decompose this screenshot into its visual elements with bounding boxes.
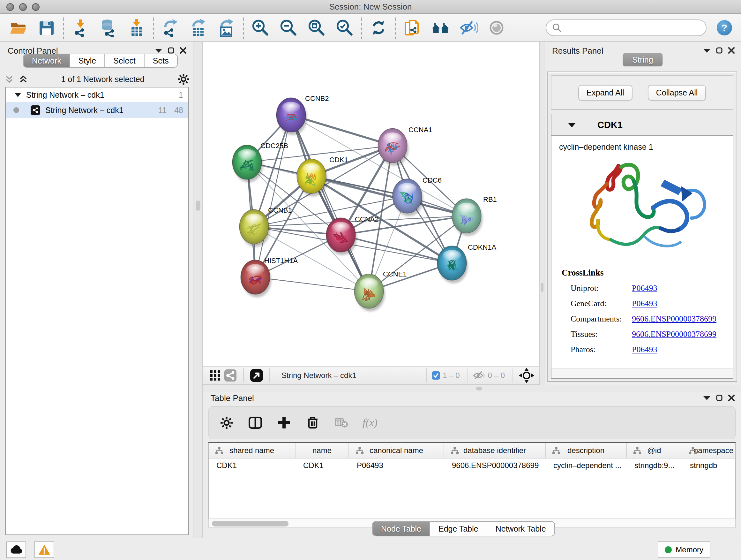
save-session-icon[interactable] — [37, 18, 56, 37]
table-options-gear-icon[interactable] — [219, 415, 234, 430]
tab-network[interactable]: Network — [23, 54, 70, 67]
show-columns-icon[interactable] — [248, 415, 263, 430]
search-field[interactable] — [546, 19, 706, 36]
column-header-canonical-name[interactable]: canonical name — [349, 443, 444, 458]
column-header-description[interactable]: description — [546, 443, 627, 458]
fit-content-icon[interactable] — [518, 367, 535, 384]
close-panel-icon[interactable] — [180, 47, 186, 54]
memory-button[interactable]: Memory — [658, 542, 711, 558]
column-header-namespace[interactable]: namespace — [682, 443, 736, 458]
import-database-icon[interactable] — [99, 18, 118, 37]
zoom-in-icon[interactable] — [251, 18, 270, 37]
gear-icon[interactable] — [178, 74, 189, 84]
tab-select[interactable]: Select — [105, 54, 144, 67]
table-cell[interactable]: CDK1 — [209, 458, 295, 473]
hidden-eye-icon[interactable] — [473, 371, 485, 380]
tab-string[interactable]: String — [623, 53, 663, 66]
tab-network-table[interactable]: Network Table — [487, 522, 554, 536]
network-edge[interactable] — [255, 277, 369, 291]
crosslink-value[interactable]: P06493 — [632, 345, 657, 354]
export-network-icon[interactable] — [161, 18, 180, 37]
table-cell[interactable]: stringdb — [682, 458, 736, 473]
column-header-shared-name[interactable]: shared name — [209, 443, 295, 458]
tab-style[interactable]: Style — [70, 54, 105, 67]
tab-sets[interactable]: Sets — [145, 54, 177, 67]
zoom-selected-icon[interactable] — [335, 18, 354, 37]
column-header--id[interactable]: @id — [627, 443, 682, 458]
network-edge[interactable] — [291, 115, 369, 291]
expand-all-icon[interactable] — [19, 75, 27, 83]
panel-menu-icon[interactable] — [703, 395, 711, 400]
network-node[interactable]: RB1 — [452, 195, 497, 236]
network-edge[interactable] — [341, 235, 452, 263]
network-node[interactable]: CCNE1 — [354, 270, 407, 311]
table-cell[interactable]: P06493 — [349, 458, 444, 473]
crosslink-value[interactable]: P06493 — [632, 284, 657, 293]
expand-all-button[interactable]: Expand All — [578, 85, 632, 101]
table-cell[interactable]: 9606.ENSP00000378699 — [444, 458, 546, 473]
grid-view-icon[interactable] — [207, 368, 223, 383]
tab-node-table[interactable]: Node Table — [373, 522, 430, 536]
zoom-fit-icon[interactable] — [307, 18, 326, 37]
table-cell[interactable]: CDK1 — [295, 458, 349, 473]
network-node[interactable]: CCNB2 — [276, 95, 329, 135]
panel-menu-icon[interactable] — [703, 48, 711, 53]
network-collection-row[interactable]: String Network – cdk1 1 — [6, 87, 188, 102]
close-panel-icon[interactable] — [728, 395, 735, 401]
right-splitter[interactable] — [539, 42, 544, 385]
column-header-database-identifier[interactable]: database identifier — [444, 443, 546, 458]
open-session-icon[interactable] — [9, 18, 28, 37]
home-icon[interactable] — [431, 18, 450, 37]
network-node[interactable]: CCNA2 — [326, 215, 379, 255]
refresh-icon[interactable] — [369, 18, 388, 37]
crosslink-value[interactable]: P06493 — [632, 299, 657, 308]
network-row[interactable]: String Network – cdk1 11 48 — [6, 102, 188, 118]
network-edge[interactable] — [255, 115, 291, 277]
export-table-icon[interactable] — [189, 18, 208, 37]
export-image-icon[interactable] — [217, 18, 236, 37]
cloud-status-button[interactable] — [6, 542, 26, 558]
import-network-icon[interactable] — [71, 18, 90, 37]
close-panel-icon[interactable] — [728, 47, 735, 54]
zoom-out-icon[interactable] — [279, 18, 298, 37]
collapse-all-icon[interactable] — [5, 75, 13, 83]
import-table-icon[interactable] — [127, 18, 146, 37]
hide-panel-icon[interactable] — [459, 18, 478, 37]
network-node[interactable]: CCNA1 — [378, 126, 432, 166]
network-node[interactable]: CDKN1A — [437, 243, 496, 283]
table-row[interactable]: CDK1CDK1P064939606.ENSP00000378699cyclin… — [209, 458, 735, 473]
scrollbar-thumb[interactable] — [212, 521, 288, 526]
horizontal-splitter[interactable] — [203, 385, 741, 392]
share-view-icon[interactable] — [223, 368, 238, 383]
selected-indicator-checkbox[interactable] — [432, 371, 440, 380]
search-input[interactable] — [565, 23, 700, 32]
delete-column-icon[interactable] — [305, 415, 320, 430]
table-cell[interactable]: cyclin–dependent ... — [546, 458, 627, 473]
warnings-button[interactable] — [35, 542, 54, 558]
network-edge[interactable] — [312, 176, 467, 216]
network-canvas[interactable]: CCNB2CCNA1CDC25BCDK1CDC6RB1CCNB1CCNA2CDK… — [203, 42, 539, 366]
section-caret-icon[interactable] — [568, 122, 576, 128]
copy-document-icon[interactable] — [403, 18, 422, 37]
table-cell[interactable]: stringdb:9... — [627, 458, 682, 473]
crosslink-value[interactable]: 9606.ENSP00000378699 — [632, 329, 717, 339]
warning-icon — [38, 544, 51, 555]
float-panel-icon[interactable] — [716, 47, 723, 54]
left-splitter[interactable] — [193, 42, 203, 538]
show-panel-icon[interactable] — [487, 18, 506, 37]
tab-edge-table[interactable]: Edge Table — [430, 522, 487, 536]
collapse-all-button[interactable]: Collapse All — [648, 85, 706, 101]
crosslink-value[interactable]: 9606.ENSP00000378699 — [632, 314, 717, 324]
network-node[interactable]: CDC6 — [393, 176, 442, 216]
column-header-name[interactable]: name — [295, 443, 349, 458]
add-column-icon[interactable] — [276, 415, 292, 430]
node-details-header[interactable]: CDK1 — [551, 114, 733, 136]
help-icon[interactable]: ? — [717, 20, 732, 36]
panel-menu-icon[interactable] — [155, 48, 162, 53]
network-node[interactable]: HIST1H1A — [241, 257, 298, 297]
birds-eye-view-icon[interactable] — [249, 368, 264, 383]
node-details-scrollbar[interactable] — [551, 368, 733, 378]
float-panel-icon[interactable] — [716, 395, 723, 401]
float-panel-icon[interactable] — [168, 47, 174, 54]
expanded-caret-icon[interactable] — [15, 92, 21, 98]
